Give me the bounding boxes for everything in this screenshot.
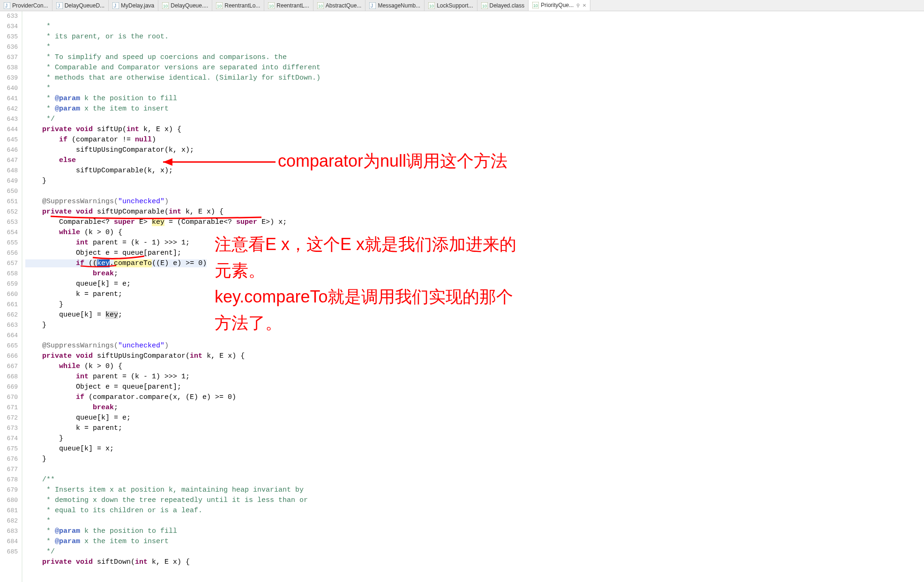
code-line: Object e = queue[parent];: [25, 249, 181, 257]
tab-label: LockSupport...: [437, 2, 473, 9]
line-number: 644: [0, 125, 18, 135]
class-file-icon: 10: [532, 2, 539, 8]
line-number: 684: [0, 537, 18, 547]
java-file-icon: J: [4, 2, 10, 9]
code-line: }: [25, 435, 63, 442]
line-number: 653: [0, 217, 18, 228]
line-number: 670: [0, 392, 18, 403]
line-number: 676: [0, 454, 18, 464]
line-number: 666: [0, 351, 18, 361]
code-line: Object e = queue[parent];: [25, 383, 181, 391]
svg-text:10: 10: [429, 4, 434, 8]
code-line: [25, 465, 30, 473]
line-number: 641: [0, 94, 18, 104]
tab-priorityque[interactable]: 10 PriorityQue... ⚲ ✕: [529, 0, 590, 11]
code-editor[interactable]: * * its parent, or is the root. * * To s…: [22, 11, 924, 582]
line-number: 642: [0, 104, 18, 114]
line-number: 655: [0, 238, 18, 248]
code-line: private void siftUp(int k, E x) {: [25, 125, 181, 133]
code-line: else: [25, 156, 76, 164]
class-file-icon: 10: [428, 2, 435, 9]
code-line: * demoting x down the tree repeatedly un…: [25, 496, 308, 504]
code-line: * its parent, or is the root.: [25, 33, 169, 41]
code-line: queue[k] = e;: [25, 414, 131, 422]
code-line: * @param x the item to insert: [25, 538, 169, 545]
key-decl: key: [152, 218, 164, 226]
line-number[interactable]: 643: [0, 114, 18, 125]
svg-text:10: 10: [533, 3, 538, 8]
line-number: 671: [0, 403, 18, 413]
class-file-icon: 10: [268, 2, 275, 9]
code-line: [25, 332, 30, 339]
line-number: 660: [0, 289, 18, 300]
code-line: /**: [25, 476, 55, 484]
tab-abstractque[interactable]: 10 AbstractQue...: [313, 0, 366, 11]
line-number: 649: [0, 176, 18, 186]
code-line: *: [25, 517, 51, 525]
code-line: * To simplify and speed up coercions and…: [25, 53, 287, 61]
line-number: 646: [0, 145, 18, 155]
tab-mydelay[interactable]: J MyDelay.java: [109, 0, 158, 11]
code-line: */: [25, 548, 55, 556]
code-line: */: [25, 115, 55, 123]
pin-icon[interactable]: ⚲: [575, 3, 580, 8]
code-line: * equal to its children or is a leaf.: [25, 507, 202, 515]
code-line: queue[k] = key;: [25, 311, 122, 319]
line-number: 683: [0, 526, 18, 537]
tab-reentrantlo[interactable]: 10 ReentrantLo...: [212, 0, 264, 11]
tab-label: MyDelay.java: [121, 2, 154, 9]
tab-delayed[interactable]: 10 Delayed.class: [477, 0, 529, 11]
tab-delayqueued[interactable]: J DelayQueueD...: [52, 0, 109, 11]
svg-text:10: 10: [163, 4, 168, 8]
line-number: 648: [0, 166, 18, 176]
svg-text:10: 10: [318, 4, 323, 8]
class-file-icon: 10: [317, 2, 324, 9]
java-file-icon: J: [112, 2, 119, 9]
svg-text:10: 10: [482, 4, 487, 8]
line-number: 657: [0, 258, 18, 269]
line-number: 634: [0, 22, 18, 32]
tab-label: DelayQueue....: [171, 2, 208, 9]
line-number: 673: [0, 423, 18, 434]
tab-reentrantl[interactable]: 10 ReentrantL...: [264, 0, 313, 11]
line-number-gutter: 633 634 635 636 637 638 639 640 641 642 …: [0, 11, 22, 582]
line-number: 659: [0, 279, 18, 289]
code-line: if (comparator != null): [25, 136, 156, 144]
code-line: *: [25, 22, 342, 30]
editor-tab-bar: J ProviderCon... J DelayQueueD... J MyDe…: [0, 0, 924, 11]
line-number: 636: [0, 42, 18, 52]
line-number: 682: [0, 516, 18, 526]
code-line: queue[k] = x;: [25, 445, 114, 453]
line-number[interactable]: 685: [0, 547, 18, 557]
tab-messagenumb[interactable]: J MessageNumb...: [365, 0, 425, 11]
line-number: 647: [0, 155, 18, 166]
code-line: * Inserts item x at position k, maintain…: [25, 486, 304, 494]
line-number: 635: [0, 32, 18, 42]
code-line: break;: [25, 404, 118, 412]
code-line: private void siftUpComparable(int k, E x…: [25, 208, 224, 216]
tab-locksupport[interactable]: 10 LockSupport...: [425, 0, 477, 11]
line-number: 672: [0, 413, 18, 423]
class-file-icon: 10: [162, 2, 169, 9]
code-line: break;: [25, 270, 118, 278]
tab-label: MessageNumb...: [378, 2, 420, 9]
code-line: * @param x the item to insert: [25, 105, 169, 113]
code-line: * Comparable and Comparator versions are…: [25, 64, 320, 72]
key-selection: key: [97, 259, 110, 267]
line-number: 669: [0, 382, 18, 392]
code-line: [25, 187, 30, 195]
close-icon[interactable]: ✕: [581, 3, 586, 8]
line-number: 667: [0, 361, 18, 372]
code-line: int parent = (k - 1) >>> 1;: [25, 373, 190, 381]
line-number[interactable]: 650: [0, 186, 18, 197]
line-number: 658: [0, 269, 18, 279]
tab-delayqueue[interactable]: 10 DelayQueue....: [158, 0, 212, 11]
line-number: 652: [0, 207, 18, 217]
code-line: * methods that are otherwise identical. …: [25, 74, 320, 82]
line-number[interactable]: 664: [0, 331, 18, 341]
tab-providercon[interactable]: J ProviderCon...: [0, 0, 52, 11]
line-number: 638: [0, 63, 18, 73]
code-line: while (k > 0) {: [25, 228, 122, 236]
code-line: *: [25, 84, 51, 92]
line-number[interactable]: 677: [0, 464, 18, 475]
